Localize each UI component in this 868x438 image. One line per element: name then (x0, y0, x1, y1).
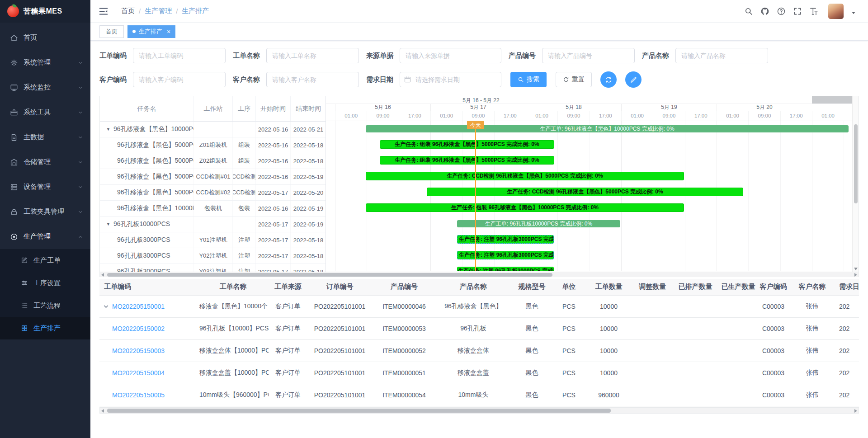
workorder-code-cell: MO202205150001 (99, 295, 198, 317)
sidebar-item-home[interactable]: 首页 (0, 25, 90, 50)
gantt-task-row[interactable]: ▼ 96孔移液盒【黑色】5000PCS Z02组装机 组装 2022-05-16… (100, 153, 326, 169)
gantt-task-row[interactable]: ▼ 96孔孔板3000PCS Y01注塑机 注塑 2022-05-17 2022… (100, 232, 326, 248)
sidebar-item-system-monitor[interactable]: 系统监控 (0, 75, 90, 100)
help-icon[interactable] (777, 7, 786, 16)
scrollbar-thumb[interactable] (107, 273, 552, 277)
gantt-vertical-scrollbar[interactable] (852, 96, 859, 272)
order-row[interactable]: MO202205150005 10mm吸头【960000】PCS 客户订单 PO… (99, 384, 859, 406)
scroll-down-arrow-icon[interactable] (854, 268, 858, 270)
tab-production-scheduling[interactable]: 生产排产 × (127, 25, 175, 38)
expand-chevron-icon[interactable] (103, 304, 109, 310)
hamburger-icon[interactable] (99, 6, 108, 16)
gantt-task-row[interactable]: ▼ 96孔移液盒【黑色】5000PCS CCD检测#02 CCD检测 2022-… (100, 185, 326, 201)
refresh-schedule-button[interactable] (600, 71, 617, 88)
start-time-cell: 2022-05-16 (256, 201, 291, 216)
orders-horizontal-scrollbar[interactable] (99, 407, 859, 414)
scrollbar-thumb[interactable] (107, 409, 611, 413)
sidebar-item-master-data[interactable]: 主数据 (0, 125, 90, 150)
product-name-input[interactable] (675, 48, 768, 63)
gantt-task-row[interactable]: ▼ 96孔移液盒【黑色】5000PCS Z01组装机 组装 2022-05-16… (100, 137, 326, 153)
gantt-bar[interactable]: 生产任务: 注塑 96孔孔板3000PCS 完成 (457, 267, 554, 271)
gantt-task-row[interactable]: ▼ 96孔移液盒【黑色】10000PCS 包装机 包装 2022-05-16 2… (100, 201, 326, 217)
order-row[interactable]: MO202205150001 移液盒【黑色】10000个 客户订单 PO2022… (99, 295, 859, 317)
customer-name-cell: 张伟 (789, 295, 835, 317)
scroll-left-arrow-icon[interactable] (101, 273, 104, 277)
font-size-icon[interactable] (809, 7, 818, 16)
fullscreen-icon[interactable] (793, 7, 802, 16)
demand-date-input[interactable] (400, 72, 501, 87)
end-time-cell: 2022-05-19 (291, 201, 326, 216)
order-row[interactable]: MO202205150004 移液盒盒盖【10000】PCS 客户订单 PO20… (99, 362, 859, 384)
sidebar-item-process-settings[interactable]: 工序设置 (0, 272, 90, 294)
chevron-down-icon (78, 184, 83, 190)
filter-field-customer-code: 客户编码 (99, 72, 226, 87)
gantt-bar[interactable]: 生产任务: 包装 96孔移液盒【黑色】10000PCS 完成比例: 0% (366, 203, 684, 212)
gantt-bar[interactable]: 生产任务: CCD检测 96孔移液盒【黑色】5000PCS 完成比例: 0% (366, 172, 684, 180)
breadcrumb-production-management[interactable]: 生产管理 (145, 7, 172, 15)
collapse-triangle-icon[interactable]: ▼ (106, 127, 110, 132)
order-row[interactable]: MO202205150002 96孔孔板【10000】PCS 客户订单 PO20… (99, 317, 859, 339)
gantt-task-row[interactable]: ▼ 96孔孔板3000PCS Y02注塑机 注塑 2022-05-17 2022… (100, 248, 326, 264)
workorder-code-link[interactable]: MO202205150004 (112, 369, 165, 377)
sidebar-item-production[interactable]: 生产管理 (0, 224, 90, 249)
customer-name-cell: 张伟 (789, 384, 835, 406)
chevron-down-icon (78, 160, 83, 165)
search-button[interactable]: 搜索 (510, 72, 547, 87)
sidebar-item-production-scheduling[interactable]: 生产排产 (0, 317, 90, 339)
breadcrumb-home[interactable]: 首页 (121, 7, 135, 15)
gantt-horizontal-scrollbar[interactable] (100, 272, 859, 277)
app-logo[interactable]: 苦糖果MES (0, 0, 90, 23)
workorder-code-link[interactable]: MO202205150005 (112, 391, 165, 399)
source-doc-input[interactable] (400, 48, 501, 63)
product-code-input[interactable] (542, 48, 635, 63)
close-icon[interactable]: × (167, 28, 170, 35)
start-time-cell: 2022-05-16 (256, 122, 291, 137)
customer-name-input[interactable] (266, 72, 359, 87)
breadcrumb-production-scheduling[interactable]: 生产排产 (182, 7, 209, 15)
gantt-bar[interactable]: 生产任务: 注塑 96孔孔板3000PCS 完成 (457, 235, 554, 244)
sidebar-item-system-tools[interactable]: 系统工具 (0, 100, 90, 125)
workorder-name-input[interactable] (266, 48, 359, 63)
gantt-task-row[interactable]: ▼ 96孔移液盒【黑色】5000PCS CCD检测#01 CCD检测 2022-… (100, 169, 326, 185)
sidebar-item-system-management[interactable]: 系统管理 (0, 50, 90, 75)
tab-home[interactable]: 首页 (99, 25, 124, 38)
gantt-bar[interactable]: 生产任务: 组装 96孔移液盒【黑色】5000PCS 完成比例: 0% (380, 156, 554, 165)
scroll-right-arrow-icon[interactable] (854, 409, 857, 413)
product-name-cell: 移液盒盒体 (436, 339, 510, 362)
gantt-bar[interactable]: 生产工单: 96孔移液盒【黑色】10000PCS 完成比例: 0% (366, 125, 849, 132)
sidebar-item-warehouse[interactable]: 仓储管理 (0, 150, 90, 174)
scrollbar-thumb[interactable] (854, 124, 858, 203)
workorder-code-link[interactable]: MO202205150003 (112, 347, 165, 354)
gantt-task-row[interactable]: ▼ 96孔孔板10000PCS 2022-05-17 2022-05-19 (100, 217, 326, 232)
sidebar-item-fixture[interactable]: 工装夹具管理 (0, 199, 90, 224)
gantt-task-row[interactable]: ▼ 96孔移液盒【黑色】10000PCS 2022-05-16 2022-05-… (100, 122, 326, 137)
sidebar-item-production-workorder[interactable]: 生产工单 (0, 249, 90, 272)
gantt-bar[interactable]: 生产任务: 注塑 96孔孔板3000PCS 完成 (457, 251, 554, 259)
edit-schedule-button[interactable] (625, 71, 642, 88)
sidebar-item-process-flow[interactable]: 工艺流程 (0, 294, 90, 317)
collapse-triangle-icon[interactable]: ▼ (106, 222, 110, 226)
reset-button[interactable]: 重置 (556, 72, 592, 87)
filter-label: 来源单据 (366, 52, 394, 60)
workorder-code-input[interactable] (133, 48, 226, 63)
gantt-bar[interactable]: 生产任务: CCD检测 96孔移液盒【黑色】5000PCS 完成比例: 0% (427, 188, 743, 196)
workstation-cell: Y02注塑机 (194, 248, 233, 264)
search-icon[interactable] (744, 7, 753, 16)
end-time-cell: 2022-05-18 (291, 248, 326, 264)
caret-down-icon[interactable] (852, 12, 855, 16)
filter-field-product-name: 产品名称 (642, 48, 768, 63)
workorder-code-link[interactable]: MO202205150001 (112, 303, 165, 310)
workorder-code-link[interactable]: MO202205150002 (112, 325, 165, 332)
avatar[interactable] (828, 4, 844, 19)
sidebar-item-equipment[interactable]: 设备管理 (0, 174, 90, 199)
task-name-label: 96孔孔板3000PCS (117, 268, 170, 272)
gantt-task-row[interactable]: ▼ 96孔孔板3000PCS Y03注塑机 注塑 2022-05-17 2022… (100, 264, 326, 272)
scroll-right-arrow-icon[interactable] (854, 273, 857, 277)
timeline-row: 生产任务: CCD检测 96孔移液盒【黑色】5000PCS 完成比例: 0% (326, 184, 852, 200)
github-icon[interactable] (760, 7, 769, 16)
gantt-bar[interactable]: 生产任务: 组装 96孔移液盒【黑色】5000PCS 完成比例: 0% (380, 140, 554, 149)
customer-code-input[interactable] (133, 72, 226, 87)
scroll-left-arrow-icon[interactable] (101, 409, 104, 413)
gantt-bar[interactable]: 生产工单: 96孔孔板10000PCS 完成比例: 0% (457, 220, 620, 227)
order-row[interactable]: MO202205150003 移液盒盒体【10000】PCS 客户订单 PO20… (99, 339, 859, 362)
